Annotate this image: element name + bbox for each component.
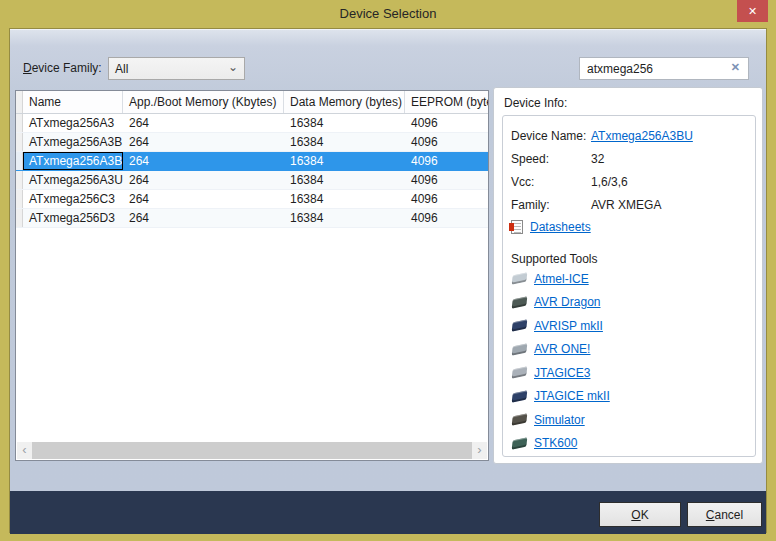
horizontal-scrollbar[interactable]: ‹ › xyxy=(17,442,487,459)
table-cell[interactable]: 264 xyxy=(123,152,284,170)
tool-item: Atmel-ICE xyxy=(511,267,755,291)
info-field-label: Vcc: xyxy=(511,175,591,189)
info-field-label: Device Name: xyxy=(511,129,591,143)
table-cell[interactable]: ATxmega256A3B xyxy=(23,133,123,151)
table-cell[interactable]: 264 xyxy=(123,171,284,189)
table-cell[interactable]: 264 xyxy=(123,114,284,132)
tool-link[interactable]: STK600 xyxy=(534,436,577,450)
table-header-row: NameApp./Boot Memory (Kbytes)Data Memory… xyxy=(16,91,488,114)
tool-item: AVR Dragon xyxy=(511,291,755,315)
table-cell[interactable]: 16384 xyxy=(284,171,405,189)
table-cell[interactable]: 4096 xyxy=(405,133,488,151)
table-cell[interactable]: 4096 xyxy=(405,152,488,170)
datasheets-row: Datasheets xyxy=(511,216,755,238)
tool-item: JTAGICE3 xyxy=(511,361,755,385)
table-row[interactable]: ATxmega256A3264163844096 xyxy=(16,114,488,133)
info-field-label: Family: xyxy=(511,198,591,212)
table-row[interactable]: ATxmega256A3BU264163844096 xyxy=(16,152,488,171)
titlebar[interactable]: Device Selection ✕ xyxy=(0,0,776,28)
close-button[interactable]: ✕ xyxy=(737,0,768,22)
clear-search-icon[interactable]: ✕ xyxy=(731,61,740,74)
tool-item: Simulator xyxy=(511,408,755,432)
tool-link[interactable]: AVR Dragon xyxy=(534,295,600,309)
device-name-link[interactable]: ATxmega256A3BU xyxy=(591,129,693,143)
avrisp-mkii-icon xyxy=(512,319,528,332)
tool-link[interactable]: JTAGICE mkII xyxy=(534,389,610,403)
tool-link[interactable]: AVR ONE! xyxy=(534,342,590,356)
info-field-value: 32 xyxy=(591,152,604,166)
table-row[interactable]: ATxmega256C3264163844096 xyxy=(16,190,488,209)
table-cell[interactable]: 264 xyxy=(123,209,284,227)
table-row[interactable]: ATxmega256A3B264163844096 xyxy=(16,133,488,152)
window-title: Device Selection xyxy=(340,6,437,21)
table-cell[interactable]: 4096 xyxy=(405,209,488,227)
tool-link[interactable]: Simulator xyxy=(534,413,585,427)
column-header[interactable]: Data Memory (bytes) xyxy=(284,91,405,113)
info-field: Device Name:ATxmega256A3BU xyxy=(511,124,755,147)
table-cell[interactable]: 16384 xyxy=(284,152,405,170)
tool-item: AVRISP mkII xyxy=(511,314,755,338)
search-box: ✕ xyxy=(579,57,749,80)
close-icon: ✕ xyxy=(748,5,757,17)
jtagice-mkii-icon xyxy=(512,390,528,403)
scroll-left-icon[interactable]: ‹ xyxy=(17,442,32,459)
row-header-cell xyxy=(16,190,23,208)
table-cell[interactable]: 264 xyxy=(123,190,284,208)
avr-one-icon xyxy=(512,343,528,356)
tool-link[interactable]: Atmel-ICE xyxy=(534,272,589,286)
table-cell[interactable]: ATxmega256A3U xyxy=(23,171,123,189)
table-cell[interactable]: 16384 xyxy=(284,114,405,132)
info-field-value: AVR XMEGA xyxy=(591,198,661,212)
supported-tools-list: Atmel-ICEAVR DragonAVRISP mkIIAVR ONE!JT… xyxy=(511,267,755,455)
jtagice3-icon xyxy=(512,366,528,379)
table-cell[interactable]: ATxmega256D3 xyxy=(23,209,123,227)
table-cell[interactable]: 16384 xyxy=(284,209,405,227)
row-header-corner xyxy=(16,91,23,113)
atmel-ice-icon xyxy=(512,272,528,285)
table-cell[interactable]: 4096 xyxy=(405,171,488,189)
scrollbar-thumb[interactable] xyxy=(32,442,472,459)
row-header-cell xyxy=(16,209,23,227)
column-header[interactable]: Name xyxy=(23,91,123,113)
column-header[interactable]: App./Boot Memory (Kbytes) xyxy=(123,91,284,113)
info-field: Speed:32 xyxy=(511,147,755,170)
tool-item: STK600 xyxy=(511,432,755,456)
device-info-fields: Device Name:ATxmega256A3BUSpeed:32Vcc:1,… xyxy=(511,124,755,216)
avr-dragon-icon xyxy=(512,296,528,309)
device-family-label: Device Family: xyxy=(23,61,102,75)
datasheets-link[interactable]: Datasheets xyxy=(530,220,591,234)
device-family-select[interactable]: All ⌄ xyxy=(108,57,245,80)
table-cell[interactable]: 4096 xyxy=(405,190,488,208)
table-cell[interactable]: ATxmega256A3BU xyxy=(23,152,123,170)
search-input[interactable] xyxy=(580,58,726,79)
tool-link[interactable]: AVRISP mkII xyxy=(534,319,603,333)
device-info-panel: Device Info: Device Name:ATxmega256A3BUS… xyxy=(493,87,763,464)
tool-item: JTAGICE mkII xyxy=(511,385,755,409)
row-header-cell xyxy=(16,114,23,132)
table-row[interactable]: ATxmega256D3264163844096 xyxy=(16,209,488,228)
tool-link[interactable]: JTAGICE3 xyxy=(534,366,590,380)
info-field-value: 1,6/3,6 xyxy=(591,175,628,189)
ok-button[interactable]: OK xyxy=(599,502,681,527)
scroll-right-icon[interactable]: › xyxy=(472,442,487,459)
dialog-body: Device Family: All ⌄ ✕ NameApp./Boot Mem… xyxy=(10,29,766,491)
table-cell[interactable]: 264 xyxy=(123,133,284,151)
device-table: NameApp./Boot Memory (Kbytes)Data Memory… xyxy=(15,90,489,461)
column-header[interactable]: EEPROM (bytes) xyxy=(405,91,488,113)
table-cell[interactable]: 4096 xyxy=(405,114,488,132)
table-cell[interactable]: ATxmega256A3 xyxy=(23,114,123,132)
row-header-cell xyxy=(16,171,23,189)
footer-bar: OK Cancel xyxy=(10,491,766,534)
pdf-icon xyxy=(511,220,523,234)
cancel-button[interactable]: Cancel xyxy=(687,502,762,527)
table-cell[interactable]: 16384 xyxy=(284,133,405,151)
row-header-cell xyxy=(16,152,23,170)
table-row[interactable]: ATxmega256A3U264163844096 xyxy=(16,171,488,190)
table-cell[interactable]: ATxmega256C3 xyxy=(23,190,123,208)
chevron-down-icon: ⌄ xyxy=(228,60,238,74)
info-field-label: Speed: xyxy=(511,152,591,166)
device-family-value: All xyxy=(115,62,128,76)
device-info-title: Device Info: xyxy=(504,96,762,110)
supported-tools-title: Supported Tools xyxy=(511,252,755,267)
table-cell[interactable]: 16384 xyxy=(284,190,405,208)
